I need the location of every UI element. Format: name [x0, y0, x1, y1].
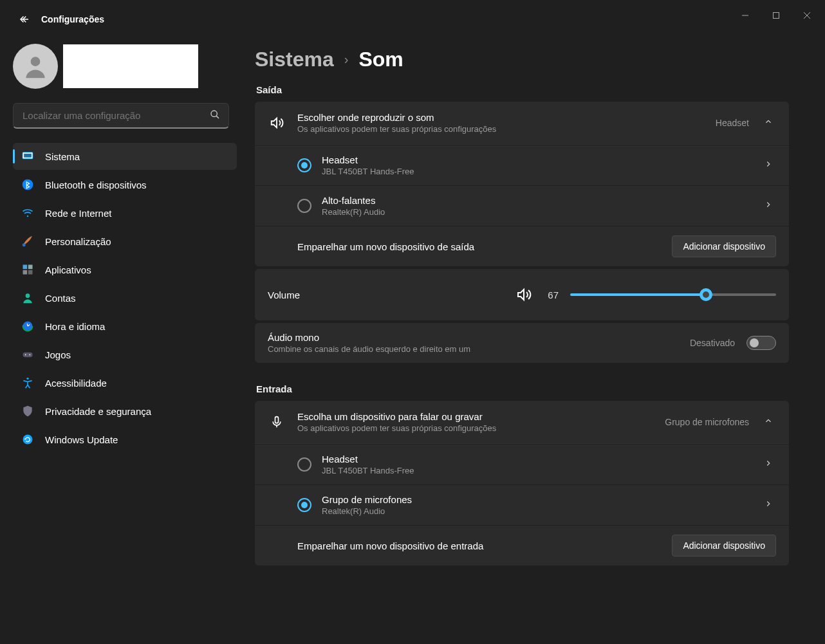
- nav-item-hora-e-idioma[interactable]: Hora e idioma: [13, 313, 237, 340]
- device-title: Grupo de microfones: [322, 494, 750, 505]
- nav-item-label: Hora e idioma: [45, 321, 105, 332]
- search-input[interactable]: [13, 103, 229, 129]
- nav-item-label: Contas: [45, 293, 76, 304]
- nav-item-privacidade-e-segurança[interactable]: Privacidade e segurança: [13, 398, 237, 425]
- gamepad-icon: [21, 347, 35, 362]
- nav-item-rede-e-internet[interactable]: Rede e Internet: [13, 199, 237, 226]
- svg-point-24: [26, 378, 28, 380]
- avatar-icon: [13, 44, 58, 89]
- mono-sub: Combine os canais de áudio esquerdo e di…: [268, 344, 678, 354]
- svg-point-6: [31, 57, 41, 66]
- output-choose-card: Escolher onde reproduzir o som Os aplica…: [255, 102, 789, 266]
- svg-point-22: [25, 354, 26, 356]
- nav-item-windows-update[interactable]: Windows Update: [13, 426, 237, 453]
- breadcrumb-current: Som: [358, 48, 403, 71]
- chevron-up-icon: [761, 117, 776, 129]
- wifi-icon: [21, 206, 35, 220]
- nav-item-label: Personalização: [45, 236, 111, 247]
- svg-rect-21: [23, 353, 33, 358]
- nav-item-label: Sistema: [45, 151, 80, 162]
- radio-button[interactable]: [297, 498, 311, 512]
- nav-item-label: Bluetooth e dispositivos: [45, 179, 147, 190]
- svg-line-8: [216, 116, 219, 118]
- svg-point-18: [26, 293, 30, 298]
- volume-value: 67: [544, 290, 559, 300]
- nav-item-sistema[interactable]: Sistema: [13, 143, 237, 170]
- sidebar: Sistema Bluetooth e dispositivos Rede e …: [0, 32, 245, 644]
- svg-point-13: [23, 243, 26, 246]
- breadcrumb: Sistema › Som: [255, 48, 789, 71]
- nav-item-jogos[interactable]: Jogos: [13, 341, 237, 368]
- svg-marker-27: [518, 290, 524, 300]
- mono-row[interactable]: Áudio mono Combine os canais de áudio es…: [255, 323, 789, 363]
- back-button[interactable]: [12, 6, 37, 32]
- output-pair-label: Emparelhar um novo dispositivo de saída: [297, 241, 662, 252]
- accessibility-icon: [21, 376, 35, 390]
- minimize-button[interactable]: [730, 3, 761, 28]
- volume-icon[interactable]: [515, 286, 533, 304]
- add-input-device-button[interactable]: Adicionar dispositivo: [672, 535, 776, 557]
- nav-item-label: Rede e Internet: [45, 208, 111, 219]
- output-device-row[interactable]: Headset JBL T450BT Hands-Free: [255, 145, 789, 185]
- nav-item-label: Jogos: [45, 349, 71, 360]
- monitor-icon: [21, 149, 35, 163]
- profile-name: [63, 44, 198, 88]
- volume-row: Volume 67: [255, 269, 789, 320]
- device-sub: JBL T450BT Hands-Free: [322, 466, 750, 475]
- chevron-up-icon: [761, 416, 776, 428]
- volume-slider[interactable]: [570, 293, 776, 296]
- svg-rect-15: [28, 265, 33, 270]
- svg-rect-10: [23, 153, 32, 158]
- chevron-right-icon[interactable]: [761, 459, 776, 470]
- search-field[interactable]: [13, 103, 237, 129]
- close-button[interactable]: [792, 3, 822, 28]
- profile[interactable]: [13, 44, 237, 89]
- nav-item-personalização[interactable]: Personalização: [13, 228, 237, 255]
- speaker-icon: [268, 114, 286, 132]
- device-sub: Realtek(R) Audio: [322, 506, 750, 516]
- input-pair-row: Emparelhar um novo dispositivo de entrad…: [255, 525, 789, 566]
- mono-state: Desativado: [690, 338, 735, 348]
- add-output-device-button[interactable]: Adicionar dispositivo: [672, 235, 776, 257]
- radio-button[interactable]: [297, 457, 311, 472]
- radio-button[interactable]: [297, 199, 311, 213]
- device-title: Alto-falantes: [322, 195, 750, 206]
- svg-point-7: [211, 111, 217, 116]
- clock-icon: [21, 319, 35, 333]
- update-icon: [21, 432, 35, 446]
- nav-item-label: Acessibilidade: [45, 378, 107, 389]
- header: Configurações: [0, 0, 825, 32]
- svg-rect-28: [275, 417, 279, 423]
- nav-item-contas[interactable]: Contas: [13, 284, 237, 311]
- chevron-right-icon: ›: [344, 52, 349, 67]
- nav-item-bluetooth-e-dispositivos[interactable]: Bluetooth e dispositivos: [13, 171, 237, 198]
- svg-rect-16: [23, 270, 28, 275]
- breadcrumb-root[interactable]: Sistema: [255, 48, 334, 71]
- input-device-row[interactable]: Headset JBL T450BT Hands-Free: [255, 444, 789, 484]
- mono-toggle[interactable]: [746, 336, 776, 350]
- chevron-right-icon[interactable]: [761, 200, 776, 212]
- device-title: Headset: [322, 154, 750, 165]
- device-sub: JBL T450BT Hands-Free: [322, 167, 750, 176]
- mono-card: Áudio mono Combine os canais de áudio es…: [255, 323, 789, 363]
- input-choose-row[interactable]: Escolha um dispositivo para falar ou gra…: [255, 401, 789, 444]
- svg-marker-26: [272, 118, 277, 128]
- nav-item-acessibilidade[interactable]: Acessibilidade: [13, 369, 237, 396]
- input-choose-card: Escolha um dispositivo para falar ou gra…: [255, 401, 789, 566]
- chevron-right-icon[interactable]: [761, 499, 776, 511]
- chevron-right-icon[interactable]: [761, 160, 776, 171]
- input-choose-title: Escolha um dispositivo para falar ou gra…: [297, 411, 653, 422]
- output-device-row[interactable]: Alto-falantes Realtek(R) Audio: [255, 185, 789, 226]
- nav-item-label: Privacidade e segurança: [45, 406, 151, 417]
- input-device-row[interactable]: Grupo de microfones Realtek(R) Audio: [255, 484, 789, 525]
- output-choose-row[interactable]: Escolher onde reproduzir o som Os aplica…: [255, 102, 789, 145]
- nav-item-aplicativos[interactable]: Aplicativos: [13, 256, 237, 283]
- output-pair-row: Emparelhar um novo dispositivo de saída …: [255, 226, 789, 266]
- maximize-button[interactable]: [761, 3, 792, 28]
- window-controls: [727, 0, 825, 31]
- input-section-title: Entrada: [256, 383, 789, 394]
- input-choose-value: Grupo de microfones: [665, 417, 749, 427]
- bluetooth-icon: [21, 178, 35, 192]
- radio-button[interactable]: [297, 158, 311, 172]
- svg-point-25: [23, 435, 33, 445]
